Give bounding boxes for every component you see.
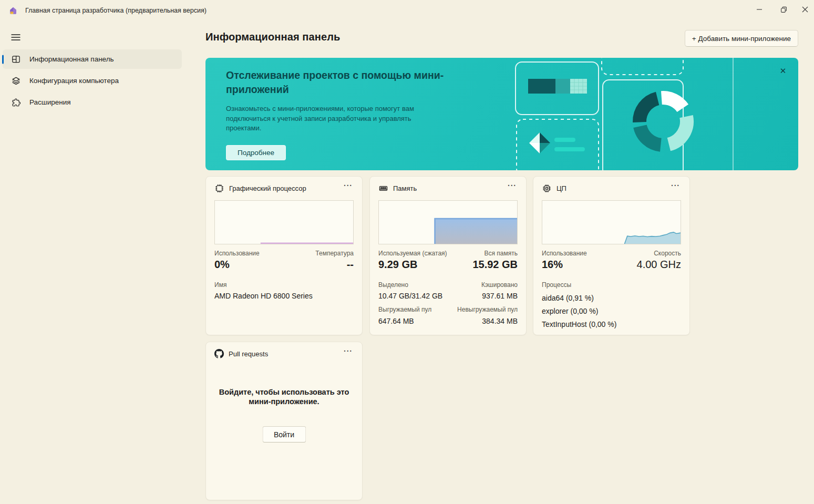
add-widget-button[interactable]: + Добавить мини-приложение xyxy=(685,30,798,47)
banner-close-button[interactable]: ✕ xyxy=(775,63,791,79)
memory-widget-card: Память ··· Используемая (сжатая) Вся пам… xyxy=(369,176,527,335)
gpu-usage-value: 0% xyxy=(214,259,230,271)
window-title: Главная страница разработчика (предварит… xyxy=(25,7,207,14)
puzzle-icon xyxy=(11,97,21,107)
titlebar: Главная страница разработчика (предварит… xyxy=(0,0,814,21)
process-item: explorer (0,00 %) xyxy=(542,305,616,318)
sidebar-item-extensions[interactable]: Расширения xyxy=(3,92,182,112)
close-icon: ✕ xyxy=(780,66,787,75)
cpu-widget-card: ЦП ··· Использование Скорость 16% 4.00 G… xyxy=(533,176,690,335)
learn-more-button[interactable]: Подробнее xyxy=(226,145,286,160)
navigation-menu-button[interactable] xyxy=(5,28,26,46)
pull-requests-widget-header: Pull requests xyxy=(214,348,341,359)
sidebar-nav: Информационная панель Конфигурация компь… xyxy=(0,49,182,114)
sign-in-button[interactable]: Войти xyxy=(262,426,306,443)
page-title: Информационная панель xyxy=(205,31,340,43)
pull-requests-widget-card: Pull requests ··· Войдите, чтобы использ… xyxy=(205,342,363,500)
memory-nonpaged-pool-label: Невыгружаемый пул xyxy=(457,306,518,313)
gpu-chip-icon xyxy=(214,183,224,193)
diamond-graphic xyxy=(529,132,550,153)
widget-title: Pull requests xyxy=(229,350,268,358)
memory-total-label: Вся память xyxy=(484,250,518,257)
app-logo-icon xyxy=(8,6,18,15)
hamburger-icon xyxy=(11,34,20,41)
banner-illustration xyxy=(504,58,798,170)
memory-widget-header: Память xyxy=(378,182,505,194)
cpu-processes-label: Процессы xyxy=(542,281,571,289)
gpu-usage-label: Использование xyxy=(214,250,260,257)
memory-total-value: 15.92 GB xyxy=(472,259,518,271)
memory-committed-value: 10.47 GB/31.42 GB xyxy=(378,292,442,300)
widget-title: Память xyxy=(393,184,417,192)
process-item: TextInputHost (0,00 %) xyxy=(542,318,616,331)
sign-in-message: Войдите, чтобы использовать это мини-при… xyxy=(210,387,358,406)
maximize-restore-button[interactable] xyxy=(771,0,796,19)
sidebar-item-dashboard[interactable]: Информационная панель xyxy=(3,49,182,69)
widgets-promo-banner: Отслеживание проектов с помощью мини-при… xyxy=(205,58,798,170)
widget-title: ЦП xyxy=(557,184,566,192)
sidebar-item-machine-configuration[interactable]: Конфигурация компьютера xyxy=(3,71,182,90)
gpu-name-label: Имя xyxy=(214,281,226,289)
cpu-chip-icon xyxy=(542,183,552,193)
cpu-usage-chart xyxy=(542,200,681,244)
gpu-usage-chart xyxy=(214,200,354,244)
process-item: aida64 (0,91 %) xyxy=(542,292,616,305)
gpu-widget-card: Графический процессор ··· Использование … xyxy=(205,176,363,335)
memory-used-label: Используемая (сжатая) xyxy=(378,250,447,257)
gpu-temperature-value: -- xyxy=(347,259,354,271)
sidebar-item-label: Информационная панель xyxy=(29,55,114,63)
cpu-speed-value: 4.00 GHz xyxy=(637,259,681,271)
github-icon xyxy=(214,349,224,358)
cpu-process-list: aida64 (0,91 %) explorer (0,00 %) TextIn… xyxy=(542,292,616,331)
memory-nonpaged-pool-value: 384.34 MB xyxy=(482,317,518,325)
layers-icon xyxy=(11,76,21,86)
memory-usage-chart xyxy=(378,200,518,244)
memory-cached-value: 937.61 MB xyxy=(482,292,518,300)
cpu-speed-label: Скорость xyxy=(654,250,681,257)
segmented-bar-graphic xyxy=(528,79,587,94)
restore-icon xyxy=(780,6,787,13)
memory-widget-more-button[interactable]: ··· xyxy=(504,179,520,192)
gpu-name-value: AMD Radeon HD 6800 Series xyxy=(214,292,313,300)
pull-requests-widget-more-button[interactable]: ··· xyxy=(341,345,356,357)
widget-title: Графический процессор xyxy=(229,184,306,192)
close-icon xyxy=(802,6,808,13)
gpu-widget-header: Графический процессор xyxy=(214,182,341,194)
memory-ram-icon xyxy=(378,183,388,193)
sidebar-item-label: Конфигурация компьютера xyxy=(29,77,119,85)
sidebar: Информационная панель Конфигурация компь… xyxy=(0,21,189,504)
banner-description: Ознакомьтесь с мини-приложениями, которы… xyxy=(226,104,435,133)
memory-paged-pool-value: 647.64 MB xyxy=(378,317,414,325)
cpu-usage-value: 16% xyxy=(542,259,563,271)
cpu-widget-header: ЦП xyxy=(542,182,668,194)
banner-title: Отслеживание проектов с помощью мини-при… xyxy=(226,68,462,97)
sidebar-item-label: Расширения xyxy=(29,98,71,106)
minimize-button[interactable] xyxy=(747,0,771,19)
donut-chart-graphic xyxy=(635,94,692,150)
cpu-widget-more-button[interactable]: ··· xyxy=(668,179,683,192)
gpu-widget-more-button[interactable]: ··· xyxy=(341,179,356,192)
memory-cached-label: Кэшировано xyxy=(481,281,518,289)
close-button[interactable] xyxy=(796,0,814,19)
minimize-icon xyxy=(756,6,763,13)
cpu-usage-label: Использование xyxy=(542,250,587,257)
gpu-temperature-label: Температура xyxy=(315,250,354,257)
selected-accent-bar xyxy=(2,55,4,64)
dashboard-icon xyxy=(11,54,21,64)
memory-paged-pool-label: Выгружаемый пул xyxy=(378,306,431,313)
memory-used-value: 9.29 GB xyxy=(378,259,417,271)
memory-committed-label: Выделено xyxy=(378,281,408,289)
